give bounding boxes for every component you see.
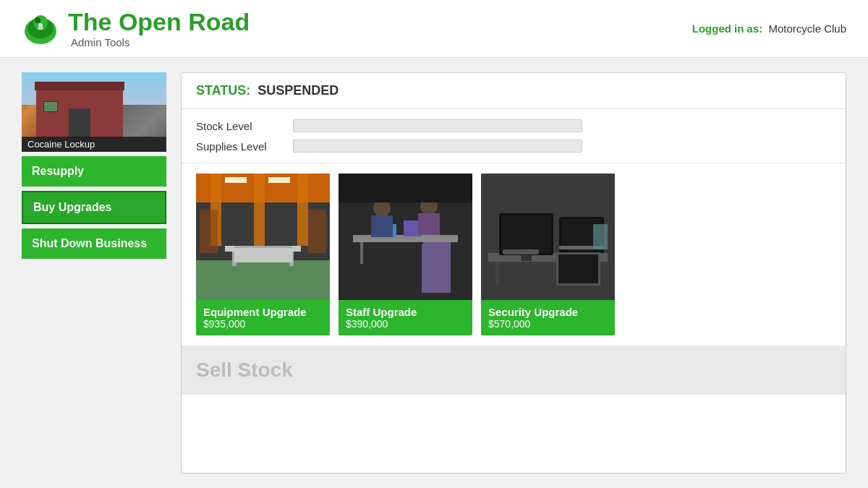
svg-rect-39 [503,249,539,254]
equipment-upgrade-image [196,174,330,300]
equipment-upgrade-price: $935,000 [203,318,323,330]
shut-down-button[interactable]: Shut Down Business [22,228,166,259]
username: Motorcycle Club [768,22,846,35]
svg-rect-25 [371,215,393,237]
svg-point-3 [35,17,41,23]
status-label: STATUS: [196,83,250,98]
upgrades-section: Equipment Upgrade $935,000 [182,163,846,346]
sidebar: Cocaine Lockup Resupply Buy Upgrades Shu… [22,72,166,474]
svg-rect-21 [448,242,451,264]
buy-upgrades-button[interactable]: Buy Upgrades [22,191,166,224]
supplies-level-label: Supplies Level [196,140,283,153]
svg-rect-35 [521,255,532,261]
security-upgrade-label: Security Upgrade $570,000 [481,300,615,335]
staff-upgrade-name: Staff Upgrade [346,306,465,318]
business-name-label: Cocaine Lockup [22,137,166,152]
business-image: Cocaine Lockup [22,72,166,152]
svg-rect-10 [225,177,247,183]
staff-upgrade-price: $390,000 [346,318,465,330]
header-right: Logged in as: Motorcycle Club [692,22,846,35]
app-subtitle: Admin Tools [71,36,250,48]
svg-rect-32 [597,262,600,283]
svg-rect-31 [495,262,499,283]
equipment-upgrade-name: Equipment Upgrade [203,306,323,318]
staff-upgrade-card[interactable]: Staff Upgrade $390,000 [339,174,472,335]
stock-level-label: Stock Level [196,120,283,132]
staff-upgrade-image [339,174,472,300]
status-value: SUSPENDED [258,83,339,98]
svg-rect-16 [200,210,218,253]
svg-rect-15 [289,252,294,266]
stock-level-row: Stock Level [196,119,831,132]
svg-rect-20 [360,242,363,264]
supplies-level-row: Supplies Level [196,140,831,153]
security-upgrade-price: $570,000 [488,318,608,330]
svg-rect-28 [339,174,472,202]
resupply-button[interactable]: Resupply [22,156,166,187]
security-upgrade-image [481,174,615,300]
svg-rect-8 [254,174,265,246]
equipment-upgrade-card[interactable]: Equipment Upgrade $935,000 [196,174,330,335]
main-layout: Cocaine Lockup Resupply Buy Upgrades Shu… [0,58,868,488]
header-title-group: The Open Road Admin Tools [68,9,250,48]
svg-rect-17 [308,210,326,253]
security-upgrade-card[interactable]: Security Upgrade $570,000 [481,174,615,335]
svg-rect-27 [418,213,440,235]
levels-section: Stock Level Supplies Level [182,109,846,163]
app-header: The Open Road Admin Tools Logged in as: … [0,0,868,58]
app-title: The Open Road [68,9,250,35]
sell-label: Sell Stock [196,359,293,381]
svg-rect-13 [225,246,301,252]
content-panel: STATUS: SUSPENDED Stock Level Supplies L… [181,72,846,474]
logo-icon [22,9,59,47]
svg-rect-41 [593,224,608,249]
security-upgrade-name: Security Upgrade [488,306,608,318]
stock-level-bar-bg [293,119,582,132]
svg-point-4 [38,23,43,27]
supplies-level-bar-bg [293,140,582,153]
svg-rect-9 [297,174,308,246]
staff-upgrade-label: Staff Upgrade $390,000 [339,300,472,335]
svg-rect-11 [268,177,290,183]
svg-rect-38 [576,253,585,257]
svg-rect-34 [501,215,551,253]
equipment-upgrade-label: Equipment Upgrade $935,000 [196,300,330,335]
svg-rect-12 [196,260,330,300]
status-bar: STATUS: SUSPENDED [182,73,846,109]
sell-section: Sell Stock [182,346,846,395]
svg-rect-14 [232,252,237,266]
header-left: The Open Road Admin Tools [22,9,250,48]
logged-in-label: Logged in as: [692,22,763,35]
